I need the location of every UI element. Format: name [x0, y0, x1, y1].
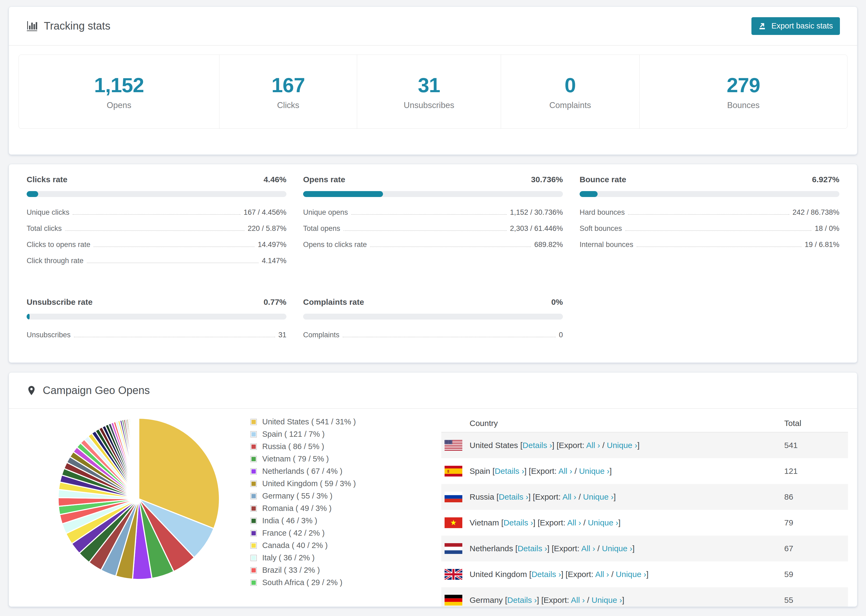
campaign-geo-opens-card: Campaign Geo Opens United States ( 541 /…: [9, 372, 857, 607]
pie-slice-other-62: [139, 418, 139, 499]
pie-chart-wrap: [27, 409, 250, 607]
rate-row: Total clicks220 / 5.87%: [27, 225, 287, 233]
geo-header: Campaign Geo Opens: [9, 372, 857, 409]
legend-label: Vietnam ( 79 / 5% ): [262, 454, 329, 464]
details-link[interactable]: Details ›: [518, 544, 547, 553]
legend-label: Spain ( 121 / 7% ): [262, 430, 324, 438]
country-name: United Kingdom: [469, 570, 529, 579]
legend-item: Romania ( 49 / 3% ): [250, 504, 401, 513]
progress-bar: [27, 191, 287, 197]
rate-row: Unsubscribes31: [27, 331, 287, 339]
export-all-link[interactable]: All ›: [562, 492, 576, 501]
rate-row-label: Opens to clicks rate: [303, 240, 367, 249]
rate-row-label: Hard bounces: [579, 208, 625, 217]
rate-row: Unique clicks167 / 4.456%: [27, 208, 287, 217]
rate-row: Soft bounces18 / 0%: [579, 225, 839, 233]
rate-section-unsubscribe-rate: Unsubscribe rate0.77%Unsubscribes31: [27, 297, 287, 347]
rate-row-label: Total clicks: [27, 225, 62, 233]
details-link[interactable]: Details ›: [504, 518, 533, 527]
total-cell: 55: [784, 596, 848, 605]
export-unique-link[interactable]: Unique ›: [583, 492, 614, 501]
country-name: Vietnam: [469, 518, 501, 527]
export-all-link[interactable]: All ›: [581, 544, 595, 553]
export-unique-link[interactable]: Unique ›: [588, 518, 618, 527]
rate-row-value: 14.497%: [258, 240, 287, 249]
legend-swatch: [250, 542, 257, 549]
export-unique-link[interactable]: Unique ›: [607, 441, 637, 449]
rate-row-value: 19 / 6.81%: [805, 240, 839, 249]
rate-value: 0%: [551, 297, 563, 306]
legend-swatch: [250, 518, 257, 524]
table-row-gb: United Kingdom [Details ›] [Export: All …: [441, 561, 848, 587]
geo-opens-pie-chart: [55, 415, 222, 582]
rate-row-value: 220 / 5.87%: [248, 225, 287, 233]
country-name: Netherlands: [469, 544, 515, 553]
table-row-us: United States [Details ›] [Export: All ›…: [441, 432, 848, 458]
export-button-label: Export basic stats: [772, 22, 833, 30]
export-all-link[interactable]: All ›: [586, 441, 600, 449]
dotted-leader: [351, 214, 507, 215]
details-link[interactable]: Details ›: [523, 441, 552, 449]
flag-es-icon: [444, 466, 462, 476]
rate-head: Clicks rate4.46%: [27, 175, 287, 184]
stat-value: 31: [418, 73, 440, 97]
rate-value: 4.46%: [264, 175, 287, 184]
legend-item: France ( 42 / 2% ): [250, 529, 401, 537]
rate-row-label: Complaints: [303, 331, 339, 339]
legend-item: Brazil ( 33 / 2% ): [250, 566, 401, 575]
export-basic-stats-button[interactable]: Export basic stats: [751, 17, 840, 35]
dotted-leader: [94, 247, 254, 247]
dotted-leader: [343, 337, 556, 337]
tracking-stats-card: Tracking stats Export basic stats 1,152O…: [9, 6, 857, 155]
export-all-link[interactable]: All ›: [595, 570, 609, 579]
flag-de-icon: [444, 595, 462, 605]
legend-swatch: [250, 530, 257, 536]
details-link[interactable]: Details ›: [507, 596, 537, 605]
export-unique-link[interactable]: Unique ›: [592, 596, 622, 605]
export-all-link[interactable]: All ›: [571, 596, 585, 605]
details-link[interactable]: Details ›: [494, 467, 524, 475]
country-cell: Russia [Details ›] [Export: All › / Uniq…: [469, 492, 784, 501]
column-header-country: Country: [469, 419, 784, 428]
rate-section-complaints-rate: Complaints rate0%Complaints0: [303, 297, 563, 347]
legend-label: South Africa ( 29 / 2% ): [262, 578, 342, 587]
legend-swatch: [250, 481, 257, 487]
rate-row-label: Unsubscribes: [27, 331, 71, 339]
dotted-leader: [625, 230, 812, 231]
export-unique-link[interactable]: Unique ›: [579, 467, 609, 475]
rate-row: Click through rate4.147%: [27, 257, 287, 265]
legend-label: Russia ( 86 / 5% ): [262, 442, 324, 451]
legend-label: India ( 46 / 3% ): [262, 516, 317, 525]
export-icon: [759, 22, 767, 30]
export-unique-link[interactable]: Unique ›: [602, 544, 632, 553]
rate-row-value: 1,152 / 30.736%: [510, 208, 563, 217]
legend-label: Germany ( 55 / 3% ): [262, 492, 332, 500]
flag-vn-icon: [444, 517, 462, 528]
stat-value: 0: [565, 73, 576, 97]
table-row-es: Spain [Details ›] [Export: All › / Uniqu…: [441, 458, 848, 484]
details-link[interactable]: Details ›: [531, 570, 561, 579]
legend-label: Romania ( 49 / 3% ): [262, 504, 332, 513]
dotted-leader: [370, 247, 531, 247]
export-unique-link[interactable]: Unique ›: [616, 570, 646, 579]
country-cell: Spain [Details ›] [Export: All › / Uniqu…: [469, 467, 784, 476]
flag-nl-icon: [444, 543, 462, 554]
legend-item: United Kingdom ( 59 / 3% ): [250, 479, 401, 488]
export-all-link[interactable]: All ›: [567, 518, 581, 527]
details-link[interactable]: Details ›: [499, 492, 528, 501]
rate-head: Opens rate30.736%: [303, 175, 563, 184]
export-all-link[interactable]: All ›: [558, 467, 572, 475]
rates-grid: Clicks rate4.46%Unique clicks167 / 4.456…: [9, 164, 857, 347]
table-header-row: CountryTotal: [441, 415, 848, 432]
stat-label: Bounces: [727, 101, 760, 110]
rate-row-label: Unique opens: [303, 208, 348, 217]
legend-label: Italy ( 36 / 2% ): [262, 553, 315, 562]
total-cell: 67: [784, 544, 848, 553]
total-cell: 86: [784, 492, 848, 501]
country-cell: United Kingdom [Details ›] [Export: All …: [469, 570, 784, 579]
legend-item: India ( 46 / 3% ): [250, 516, 401, 525]
stat-cell-complaints: 0Complaints: [501, 55, 639, 129]
total-cell: 79: [784, 518, 848, 527]
legend-item: Vietnam ( 79 / 5% ): [250, 454, 401, 464]
legend-label: Brazil ( 33 / 2% ): [262, 566, 320, 575]
